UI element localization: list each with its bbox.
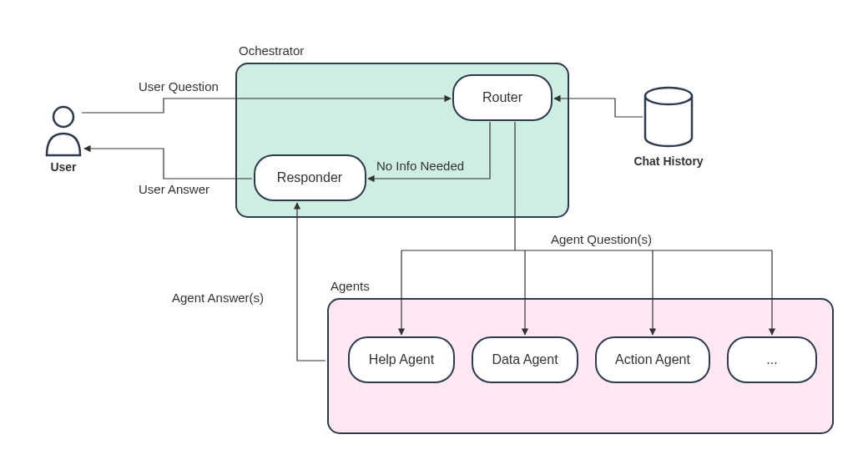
- help-agent-label: Help Agent: [369, 352, 435, 366]
- user-label: User: [50, 160, 77, 174]
- router-label: Router: [482, 90, 523, 104]
- user-icon: [47, 107, 80, 155]
- chat-history-icon: [645, 88, 692, 146]
- edge-agent-questions-label: Agent Question(s): [551, 232, 652, 246]
- edge-agent-answers: [297, 203, 326, 361]
- svg-point-1: [645, 88, 692, 104]
- responder-label: Responder: [277, 170, 343, 184]
- edge-no-info-label: No Info Needed: [376, 159, 464, 173]
- data-agent-label: Data Agent: [492, 352, 558, 366]
- svg-point-0: [53, 107, 73, 127]
- edge-user-answer: [84, 149, 252, 179]
- chat-history-label: Chat History: [633, 154, 703, 168]
- orchestrator-label: Ochestrator: [239, 43, 304, 58]
- edge-user-answer-label: User Answer: [139, 182, 209, 196]
- edge-user-question-label: User Question: [139, 79, 219, 94]
- edge-agent-answers-label: Agent Answer(s): [172, 291, 264, 305]
- architecture-diagram: Ochestrator Agents Router Responder Help…: [0, 0, 868, 465]
- action-agent-label: Action Agent: [615, 352, 690, 366]
- more-agent-label: ...: [766, 352, 777, 366]
- agents-label: Agents: [331, 279, 370, 293]
